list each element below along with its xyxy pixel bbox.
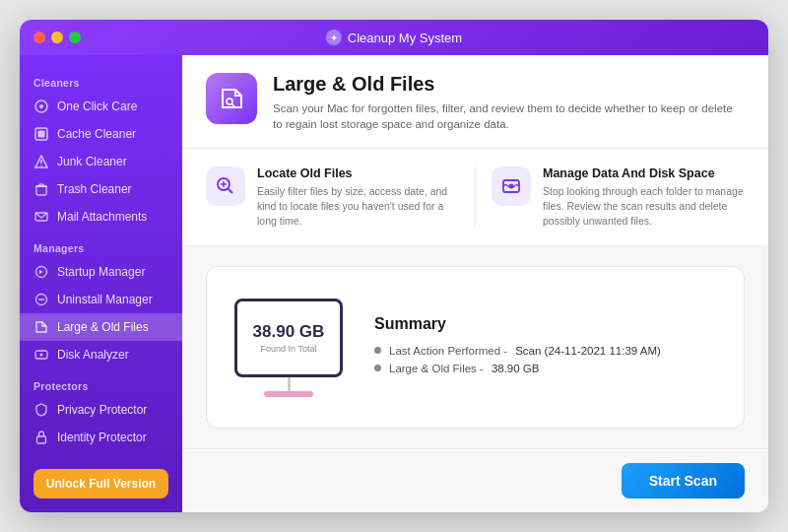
app-icon: ✦ [326,30,342,45]
feature-locate-text: Locate Old Files Easily filter files by … [257,166,459,228]
monitor-visual: 38.90 GB Found In Total [234,299,343,397]
bullet-2 [374,365,381,371]
sidebar-item-mail-attachments[interactable]: Mail Attachments [20,203,182,231]
sidebar-item-one-click-care[interactable]: One Click Care [20,93,182,120]
sidebar-item-disk-analyzer[interactable]: Disk Analyzer [20,341,182,368]
one-click-care-icon [33,99,49,114]
header-text: Large & Old Files Scan your Mac for forg… [273,73,745,132]
unlock-full-version-button[interactable]: Unlock Full Version [33,469,168,499]
feature-locate-old-files: Locate Old Files Easily filter files by … [206,166,459,228]
large-files-icon [33,319,49,335]
summary-title: Summary [374,315,661,333]
sidebar-label-startup-manager: Startup Manager [57,265,145,279]
sidebar-label-cache-cleaner: Cache Cleaner [57,127,136,141]
monitor-base [264,391,313,397]
protectors-section-label: Protectors [20,372,182,396]
summary-key-1: Last Action Performed - [389,345,507,357]
sidebar-label-privacy-protector: Privacy Protector [57,403,147,417]
maximize-button[interactable] [69,32,81,43]
page-title: Large & Old Files [273,73,745,96]
panel-header-icon [206,73,257,124]
locate-files-icon [206,166,245,206]
sidebar-label-trash-cleaner: Trash Cleaner [57,182,132,196]
sidebar-label-identity-protector: Identity Protector [57,431,147,444]
svg-line-20 [231,103,234,106]
junk-cleaner-icon [33,154,49,169]
sidebar-label-junk-cleaner: Junk Cleaner [57,155,127,168]
summary-area: 38.90 GB Found In Total Summary Last Act… [182,246,768,448]
feature-manage-desc: Stop looking through each folder to mana… [543,184,745,228]
svg-point-1 [39,104,43,108]
trash-cleaner-icon [33,181,49,197]
traffic-lights [33,32,81,43]
managers-section-label: Managers [20,234,182,258]
sidebar: Cleaners One Click Care Cache [20,55,182,512]
sidebar-item-identity-protector[interactable]: Identity Protector [20,424,182,451]
app-title: Cleanup My System [348,31,462,45]
sidebar-label-uninstall-manager: Uninstall Manager [57,293,153,306]
svg-point-17 [40,354,43,357]
manage-data-icon [492,166,531,206]
start-scan-button[interactable]: Start Scan [622,463,745,499]
sidebar-label-large-old-files: Large & Old Files [57,320,149,334]
disk-icon [33,347,49,363]
uninstall-icon [33,292,49,307]
titlebar: ✦ Cleanup My System [20,20,768,55]
svg-rect-18 [37,436,46,443]
bullet-1 [374,347,381,354]
svg-point-19 [227,99,232,104]
sidebar-item-large-old-files[interactable]: Large & Old Files [20,313,182,341]
cache-cleaner-icon [33,126,49,142]
feature-locate-desc: Easily filter files by size, access date… [257,184,459,228]
summary-card: 38.90 GB Found In Total Summary Last Act… [206,266,745,429]
mail-icon [33,209,49,225]
sidebar-item-uninstall-manager[interactable]: Uninstall Manager [20,286,182,313]
sidebar-item-privacy-protector[interactable]: Privacy Protector [20,396,182,424]
sidebar-label-mail-attachments: Mail Attachments [57,210,147,224]
total-gb-display: 38.90 GB [253,322,325,342]
svg-rect-7 [36,186,46,195]
monitor-screen: 38.90 GB Found In Total [234,299,343,377]
summary-row-1: Last Action Performed - Scan (24-11-2021… [374,345,661,357]
summary-val-1: Scan (24-11-2021 11:39 AM) [515,345,661,357]
sidebar-label-disk-analyzer: Disk Analyzer [57,348,129,362]
summary-row-2: Large & Old Files - 38.90 GB [374,363,661,374]
summary-info: Summary Last Action Performed - Scan (24… [374,315,661,380]
sidebar-item-startup-manager[interactable]: Startup Manager [20,258,182,286]
sidebar-item-junk-cleaner[interactable]: Junk Cleaner [20,148,182,175]
sidebar-item-cache-cleaner[interactable]: Cache Cleaner [20,120,182,148]
feature-manage-text: Manage Data And Disk Space Stop looking … [543,166,745,228]
shield-icon [33,402,49,418]
titlebar-title: ✦ Cleanup My System [326,30,462,45]
sidebar-label-one-click-care: One Click Care [57,100,137,113]
feature-locate-title: Locate Old Files [257,166,459,180]
svg-point-6 [40,165,41,166]
sidebar-item-trash-cleaner[interactable]: Trash Cleaner [20,175,182,203]
main-content: Cleaners One Click Care Cache [20,55,768,512]
lock-icon [33,430,49,445]
page-description: Scan your Mac for forgotten files, filte… [273,100,745,132]
feature-manage-data: Manage Data And Disk Space Stop looking … [492,166,745,228]
summary-key-2: Large & Old Files - [389,363,484,374]
startup-icon [33,264,49,280]
right-panel: Large & Old Files Scan your Mac for forg… [182,55,768,512]
sidebar-bottom: Unlock Full Version [20,469,182,499]
found-in-total-label: Found In Total [261,344,317,354]
svg-rect-3 [38,131,45,138]
features-row: Locate Old Files Easily filter files by … [182,149,768,246]
monitor-neck [288,377,291,391]
app-window: ✦ Cleanup My System Cleaners One Click C… [20,20,768,512]
svg-line-22 [228,188,232,193]
feature-manage-title: Manage Data And Disk Space [543,166,745,180]
cleaners-section-label: Cleaners [20,69,182,93]
close-button[interactable] [33,32,45,43]
feature-divider [475,166,476,228]
summary-val-2: 38.90 GB [492,363,540,374]
panel-header: Large & Old Files Scan your Mac for forg… [182,55,768,149]
minimize-button[interactable] [51,32,63,43]
panel-footer: Start Scan [182,448,768,512]
